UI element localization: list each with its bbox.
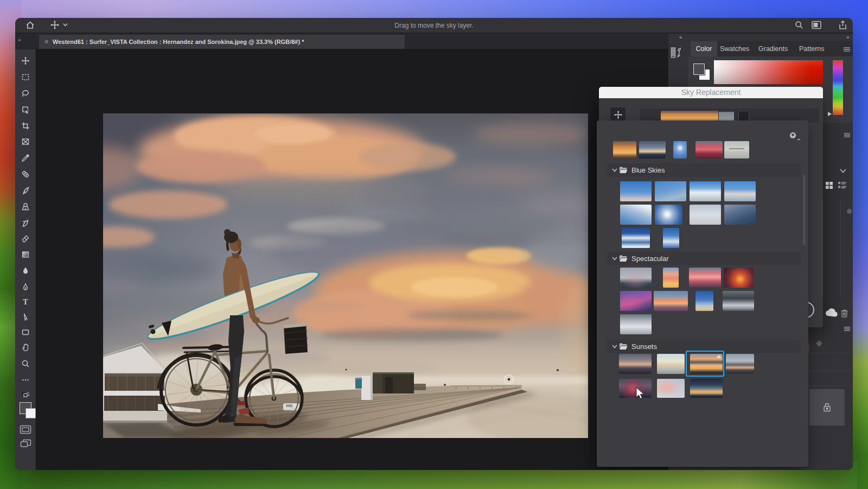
- svg-text:T: T: [23, 298, 28, 306]
